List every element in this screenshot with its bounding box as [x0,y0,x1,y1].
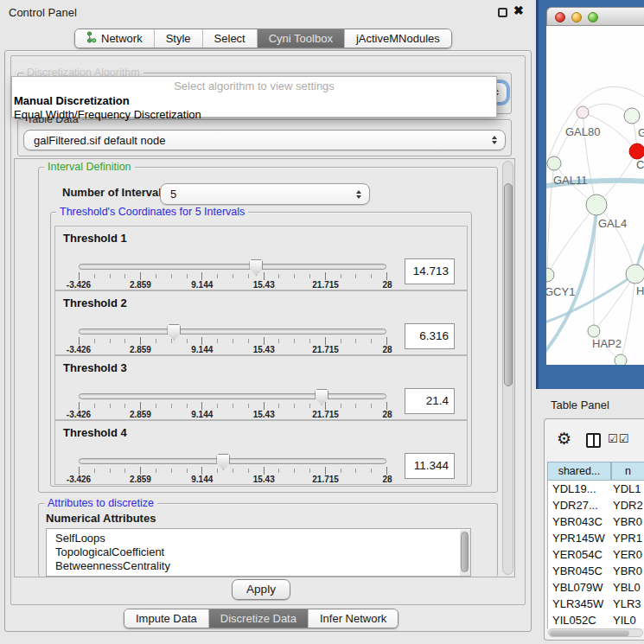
attributes-group: Attributes to discretize Numerical Attri… [38,503,498,577]
dropdown-item-equal-width[interactable]: Equal Width/Frequency Discretization [12,107,496,121]
threshold-2-panel: Threshold 2 -3.426 2.859 9.144 15.43 21.… [54,290,468,355]
vertical-scrollbar-thumb[interactable] [504,183,513,386]
tab-jactivemnodules[interactable]: jActiveMNodules [345,29,451,48]
table-row[interactable]: YBL079WYBL0 [548,579,644,596]
scale-label: 9.144 [191,345,213,354]
threshold-1-tick-marks [79,272,387,280]
threshold-4-tick-marks [79,467,387,475]
threshold-4-label: Threshold 4 [63,426,127,439]
tab-style[interactable]: Style [155,29,203,48]
numerical-attributes-label: Numerical Attributes [46,512,156,525]
table-row[interactable]: YDL19...YDL1 [548,481,644,497]
cell: YIL052C [548,612,610,628]
list-scrollbar-thumb[interactable] [461,532,469,572]
table-row[interactable]: YLR345WYLR3 [548,596,644,612]
tab-infer-network[interactable]: Infer Network [309,609,398,628]
scale-label: -3.426 [67,345,91,354]
tab-jactivemnodules-label: jActiveMNodules [356,32,440,45]
tab-discretize-data[interactable]: Discretize Data [209,609,309,628]
thresholds-group: Threshold's Coordinates for 5 Intervals … [50,212,472,487]
table-header-row: shared... n [547,462,644,481]
close-traffic-light-icon[interactable] [555,12,565,22]
cell: YDR2 [610,497,644,513]
threshold-2-value-field[interactable]: 6.316 [405,323,455,349]
scale-label: 21.715 [312,280,339,290]
cell: YER054C [548,546,610,563]
threshold-3-slider-track[interactable] [79,393,386,399]
network-window-titlebar[interactable] [546,7,644,26]
select-checkboxes-icon[interactable]: ☑☑ [608,432,629,445]
table-row[interactable]: YBR043CYBR0 [548,513,644,530]
panel-title: Control Panel [9,6,77,19]
table-row[interactable]: YBR045CYBR0 [548,563,644,579]
number-of-intervals-combobox[interactable]: 5 [160,183,370,205]
list-scrollbar-track[interactable] [460,530,470,576]
cell: YBL079W [548,579,610,596]
list-item[interactable]: TopologicalCoefficient [47,545,470,559]
number-of-intervals-value: 5 [170,188,176,201]
threshold-4-slider-track[interactable] [79,458,386,464]
zoom-traffic-light-icon[interactable] [588,12,598,22]
column-header-name[interactable]: n [611,462,644,481]
tab-discretize-data-label: Discretize Data [220,612,296,625]
threshold-1-slider-track[interactable] [79,264,386,270]
list-item[interactable]: SelfLoops [47,529,470,545]
columns-icon[interactable] [586,433,601,448]
svg-text:GCY1: GCY1 [546,285,575,298]
tab-cyni-toolbox-label: Cyni Toolbox [269,32,333,45]
network-view-canvas[interactable]: GAL80GACGAL11GAL4GCY1HHAP2 [546,26,644,365]
scale-label: 28 [382,345,392,354]
threshold-4-value-field[interactable]: 11.344 [405,453,455,479]
table-data-combobox[interactable]: galFiltered.sif default node [23,130,506,150]
cell: YBR043C [548,513,610,530]
tab-impute-data[interactable]: Impute Data [124,609,209,628]
scale-label: 21.715 [312,475,339,484]
table-body: YDL19...YDL1 YDR27...YDR2 YBR043CYBR0 YP… [547,481,644,628]
threshold-4-panel: Threshold 4 -3.426 2.859 9.144 15.43 21.… [54,420,468,485]
bottom-tab-bar: Impute Data Discretize Data Infer Networ… [124,609,399,628]
cell: YBL0 [610,579,644,596]
threshold-1-value-field[interactable]: 14.713 [405,258,455,284]
svg-text:H: H [636,284,644,297]
threshold-3-value-field[interactable]: 21.4 [405,388,455,414]
close-icon[interactable]: ✖ [513,3,524,17]
minimize-traffic-light-icon[interactable] [571,12,582,22]
cell: YDR27... [548,497,610,513]
tab-cyni-toolbox[interactable]: Cyni Toolbox [258,29,345,48]
svg-text:GAL11: GAL11 [553,174,588,187]
scale-label: 28 [382,410,392,419]
tab-network[interactable]: Network [75,29,155,48]
list-item[interactable]: BetweennessCentrality [47,559,470,573]
float-window-icon[interactable] [498,8,507,17]
numerical-attributes-list[interactable]: SelfLoops TopologicalCoefficient Between… [46,528,471,577]
table-panel-title: Table Panel [551,399,609,411]
table-row[interactable]: YPR145WYPR1 [548,530,644,546]
tab-select[interactable]: Select [203,29,258,48]
scale-label: 21.715 [312,345,339,354]
table-row[interactable]: YDR27...YDR2 [548,497,644,513]
table-row[interactable]: YIL052CYIL0 [548,612,644,628]
table-row[interactable]: YER054CYER0 [548,546,644,563]
horizontal-scrollbar-track[interactable] [548,628,643,637]
gear-icon[interactable]: ⚙ [557,430,571,447]
column-header-shared-name[interactable]: shared... [547,462,611,481]
threshold-2-scale: -3.426 2.859 9.144 15.43 21.715 28 [79,345,387,355]
tab-infer-network-label: Infer Network [320,612,386,625]
attributes-group-title: Attributes to discretize [44,497,157,509]
threshold-2-slider-track[interactable] [79,328,386,335]
scale-label: 9.144 [191,280,213,290]
scale-label: 28 [382,475,392,484]
network-tree-icon [86,31,97,46]
apply-button[interactable]: Apply [232,579,290,600]
scale-label: 21.715 [312,410,339,419]
svg-text:GA: GA [638,126,644,139]
threshold-3-tick-marks [79,402,387,410]
table-data-selected-value: galFiltered.sif default node [34,134,165,147]
combo-spinner-icon [356,190,361,199]
scale-label: -3.426 [67,475,91,484]
threshold-1-panel: Threshold 1 -3.426 2.859 9.144 15.43 21.… [54,226,468,290]
scale-label: 15.43 [253,410,275,419]
dropdown-item-manual-discretization[interactable]: Manual Discretization [12,92,496,107]
horizontal-scrollbar-thumb[interactable] [550,630,629,636]
threshold-1-scale: -3.426 2.859 9.144 15.43 21.715 28 [79,280,387,290]
